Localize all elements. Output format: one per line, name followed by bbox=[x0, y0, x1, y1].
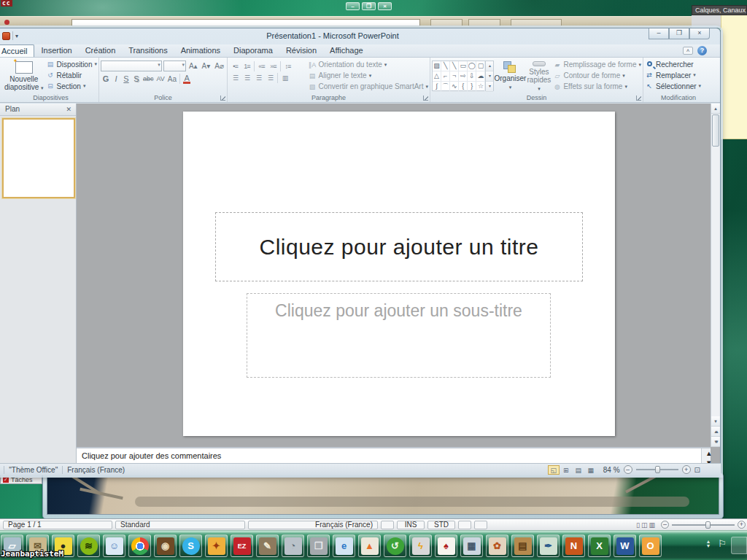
shape-icon[interactable]: ▢ bbox=[476, 61, 485, 71]
increase-indent-icon[interactable]: »≡ bbox=[268, 63, 278, 70]
paragraph-dialog-launcher-icon[interactable] bbox=[423, 96, 428, 101]
align-text-button[interactable]: ▤Aligner le texte ▾ bbox=[309, 71, 428, 81]
bg-close-button[interactable]: × bbox=[378, 2, 392, 10]
writer-zoom-out-button[interactable]: – bbox=[661, 521, 669, 529]
zoom-slider[interactable] bbox=[636, 469, 678, 470]
previous-slide-icon[interactable]: ▴▴ bbox=[711, 427, 720, 437]
shape-icon[interactable]: ☆ bbox=[476, 82, 485, 92]
gimp-icon[interactable]: ✎ bbox=[256, 534, 279, 557]
font-name-combo[interactable] bbox=[101, 61, 162, 71]
slide-sorter-icon[interactable]: ⊞ bbox=[560, 465, 572, 475]
numbering-icon[interactable]: 1≡ bbox=[242, 63, 252, 70]
arrange-button[interactable]: Organiser▾ bbox=[494, 59, 526, 92]
disc-burn-icon[interactable]: ◔ bbox=[282, 534, 304, 557]
vlc-icon[interactable]: ▲ bbox=[358, 534, 381, 557]
scrollbar-thumb[interactable] bbox=[712, 114, 719, 147]
tray-cut-icon[interactable] bbox=[731, 537, 747, 554]
reset-button[interactable]: ↺Rétablir bbox=[47, 70, 97, 80]
change-case-button[interactable]: Aa bbox=[168, 75, 177, 83]
shape-icon[interactable]: ╲ bbox=[450, 61, 459, 71]
paint-icon[interactable]: ✿ bbox=[486, 534, 508, 557]
slideshow-icon[interactable]: ▦ bbox=[585, 465, 597, 475]
language-indicator[interactable]: Français (France) bbox=[67, 466, 125, 474]
skype-icon[interactable]: S bbox=[179, 534, 202, 557]
onenote-icon[interactable]: N bbox=[562, 534, 585, 557]
layers-panel-header[interactable]: Calques, Canaux, C bbox=[692, 5, 747, 15]
char-spacing-button[interactable]: AV bbox=[157, 75, 165, 82]
title-bar[interactable]: ▾ Présentation1 - Microsoft PowerPoint –… bbox=[0, 28, 720, 44]
zoom-in-button[interactable]: + bbox=[682, 465, 691, 474]
internet-explorer-icon[interactable]: e bbox=[333, 534, 355, 557]
shape-fill-button[interactable]: ▰Remplissage de forme ▾ bbox=[553, 60, 641, 70]
shape-icon[interactable]: ⇩ bbox=[468, 71, 476, 82]
tab-plan[interactable]: Plan bbox=[0, 104, 27, 115]
quick-styles-button[interactable]: Styles rapides ▾ bbox=[526, 59, 551, 92]
line-spacing-icon[interactable]: ↕≡ bbox=[283, 63, 293, 70]
ez-app-icon[interactable]: EZ bbox=[231, 534, 253, 557]
writer-insert-mode-field[interactable]: INS bbox=[397, 521, 425, 529]
shape-icon[interactable]: ╲ bbox=[441, 61, 450, 71]
shape-icon[interactable]: ⌐ bbox=[441, 71, 450, 82]
title-placeholder[interactable]: Cliquez pour ajouter un titre bbox=[215, 212, 583, 281]
decrease-indent-icon[interactable]: «≡ bbox=[257, 63, 266, 70]
italic-button[interactable]: I bbox=[112, 74, 120, 83]
minimize-button[interactable]: – bbox=[649, 28, 669, 39]
powerpoint-logo-icon[interactable] bbox=[2, 32, 10, 40]
writer-language-field[interactable]: Français (France) bbox=[248, 521, 378, 529]
columns-icon[interactable]: ▥ bbox=[280, 74, 290, 82]
underline-button[interactable]: S bbox=[123, 74, 130, 83]
strikethrough-button[interactable]: abc bbox=[143, 75, 154, 82]
new-slide-button[interactable]: Nouvelle diapositive ▾ bbox=[4, 59, 44, 91]
next-slide-icon[interactable]: ▾▾ bbox=[711, 437, 720, 447]
shape-icon[interactable]: ▨ bbox=[433, 61, 441, 71]
scroll-up-icon[interactable]: ▴ bbox=[711, 104, 720, 114]
shape-icon[interactable]: ¬ bbox=[450, 71, 459, 82]
solitaire-icon[interactable]: ♠ bbox=[435, 534, 457, 557]
close-button[interactable]: × bbox=[689, 28, 710, 39]
zoom-out-button[interactable]: – bbox=[624, 465, 632, 474]
select-button[interactable]: ↖Sélectionner ▾ bbox=[645, 81, 712, 91]
shape-icon[interactable]: { bbox=[459, 82, 468, 92]
font-color-button[interactable]: A bbox=[183, 74, 190, 84]
bg-restore-button[interactable]: ❐ bbox=[362, 2, 376, 10]
writer-zoom-in-button[interactable]: + bbox=[738, 521, 746, 529]
shapes-scroll-down-icon[interactable]: ▾ bbox=[486, 71, 493, 82]
shapes-more-icon[interactable]: ▾ bbox=[486, 82, 493, 92]
shape-outline-button[interactable]: ▱Contour de forme ▾ bbox=[553, 71, 641, 81]
tab-diaporama[interactable]: Diaporama bbox=[227, 44, 279, 57]
shape-icon[interactable]: ☁ bbox=[476, 71, 485, 82]
reading-view-icon[interactable]: ▤ bbox=[573, 465, 584, 475]
panel-close-icon[interactable]: ✕ bbox=[66, 106, 71, 113]
tab-création[interactable]: Création bbox=[79, 44, 123, 57]
drawing-dialog-launcher-icon[interactable] bbox=[636, 96, 641, 101]
help-icon[interactable]: ? bbox=[697, 46, 707, 55]
vertical-scrollbar[interactable]: ▴ ▾ ▴▴ ▾▾ bbox=[711, 104, 720, 447]
layout-button[interactable]: ▤Disposition ▾ bbox=[47, 59, 97, 69]
shapes-scroll-up-icon[interactable]: ▴ bbox=[486, 61, 493, 71]
align-left-icon[interactable]: ☰ bbox=[231, 74, 240, 82]
shape-icon[interactable]: ∿ bbox=[450, 82, 459, 92]
normal-view-icon[interactable]: ◱ bbox=[548, 465, 560, 475]
shape-icon[interactable]: ⌒ bbox=[441, 82, 450, 92]
roulette-icon[interactable]: ◉ bbox=[154, 534, 177, 557]
shape-icon[interactable]: △ bbox=[433, 71, 441, 82]
writer-single-page-icon[interactable]: ▯ bbox=[636, 521, 640, 529]
shape-icon[interactable]: ▭ bbox=[459, 61, 468, 71]
zoom-slider-thumb[interactable] bbox=[655, 466, 660, 473]
action-center-flag-icon[interactable]: ⚐ bbox=[718, 538, 727, 549]
bold-button[interactable]: G bbox=[102, 74, 109, 83]
find-button[interactable]: Rechercher bbox=[645, 59, 712, 69]
spotify-icon[interactable]: ≋ bbox=[77, 534, 100, 557]
shape-icon[interactable]: ∫ bbox=[433, 82, 441, 92]
outlook-icon[interactable]: O bbox=[639, 534, 662, 557]
fit-to-window-icon[interactable]: ⊡ bbox=[694, 466, 700, 474]
collapse-ribbon-icon[interactable]: ˄ bbox=[683, 47, 693, 55]
text-orientation-button[interactable]: ∥AOrientation du texte ▾ bbox=[309, 60, 428, 70]
tab-insertion[interactable]: Insertion bbox=[34, 44, 78, 57]
convert-smartart-button[interactable]: ▧Convertir en graphique SmartArt ▾ bbox=[309, 82, 428, 92]
calculator-icon[interactable]: ▦ bbox=[460, 534, 483, 557]
section-button[interactable]: ⊟Section ▾ bbox=[47, 81, 97, 91]
restore-button[interactable]: ❐ bbox=[669, 28, 689, 39]
subtitle-placeholder[interactable]: Cliquez pour ajouter un sous-titre bbox=[247, 293, 551, 378]
toolbar-button[interactable] bbox=[430, 19, 462, 26]
